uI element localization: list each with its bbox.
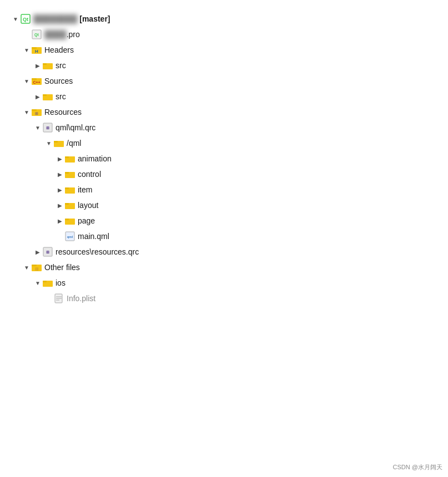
svg-text:C++: C++ — [33, 80, 40, 84]
other-files-arrow[interactable] — [22, 263, 31, 272]
folder-icon-sources-src — [42, 91, 53, 102]
sources-label: Sources — [44, 77, 73, 85]
ios-label: ios — [56, 278, 66, 287]
svg-rect-22 — [65, 156, 69, 158]
svg-rect-36 — [32, 265, 37, 266]
resources-qrc-arrow[interactable] — [33, 247, 42, 256]
folder-icon-control — [64, 169, 75, 180]
svg-rect-20 — [54, 141, 58, 143]
headers-src-label: src — [56, 61, 66, 70]
folder-icon-ios — [42, 277, 53, 288]
root-label-blurred: ████████ — [33, 14, 77, 23]
item-arrow[interactable] — [56, 185, 64, 194]
svg-rect-24 — [65, 172, 69, 174]
sources-src-arrow[interactable] — [33, 92, 42, 101]
control-label: control — [78, 170, 101, 179]
layout-label: layout — [78, 201, 98, 210]
root-row[interactable]: Qt ████████ [master] — [11, 11, 437, 27]
sources-src-label: src — [56, 92, 66, 101]
svg-rect-15 — [32, 109, 37, 111]
main-qml-arrow — [56, 232, 64, 241]
resources-row[interactable]: ⊞ Resources — [11, 104, 437, 120]
qml-qrc-children: /qml — [11, 135, 437, 244]
control-row[interactable]: control — [11, 166, 437, 182]
svg-text:⊞: ⊞ — [46, 250, 49, 254]
item-row[interactable]: item — [11, 182, 437, 197]
svg-rect-28 — [65, 203, 69, 205]
folder-icon-item — [64, 184, 75, 195]
headers-arrow[interactable] — [22, 45, 31, 54]
ios-arrow[interactable] — [33, 278, 42, 287]
svg-rect-30 — [65, 219, 69, 220]
ios-node: ios — [11, 275, 437, 306]
svg-text:⊞: ⊞ — [46, 126, 49, 130]
svg-rect-39 — [43, 281, 47, 282]
qml-qrc-row[interactable]: ⊞ qml\qml.qrc — [11, 120, 437, 135]
headers-src-row[interactable]: src — [11, 58, 437, 73]
animation-row[interactable]: animation — [11, 151, 437, 166]
info-plist-row[interactable]: Info.plist — [11, 291, 437, 306]
info-plist-arrow — [44, 294, 53, 303]
plist-file-icon — [53, 293, 64, 304]
ios-row[interactable]: ios — [11, 275, 437, 291]
qml-qrc-label: qml\qml.qrc — [56, 123, 95, 132]
other-files-row[interactable]: ▤ Other files — [11, 260, 437, 275]
headers-row[interactable]: H Headers — [11, 42, 437, 58]
animation-label: animation — [78, 154, 112, 163]
other-files-children: ios — [11, 275, 437, 306]
other-files-node: ▤ Other files — [11, 260, 437, 306]
main-qml-row[interactable]: qml main.qml — [11, 229, 437, 244]
sources-node: C++ Sources — [11, 73, 437, 104]
control-arrow[interactable] — [56, 170, 64, 179]
sources-row[interactable]: C++ Sources — [11, 73, 437, 89]
page-arrow[interactable] — [56, 216, 64, 225]
svg-rect-26 — [65, 187, 69, 189]
ios-children: Info.plist — [11, 291, 437, 306]
layout-arrow[interactable] — [56, 201, 64, 210]
resources-children: ⊞ qml\qml.qrc — [11, 120, 437, 260]
qml-folder-children: animation — [11, 151, 437, 244]
pro-file-icon: Qt — [31, 29, 42, 40]
other-files-label: Other files — [44, 263, 80, 272]
pro-label-blurred: ████ — [44, 30, 67, 39]
qml-qrc-arrow[interactable] — [33, 123, 42, 132]
folder-icon-headers-src — [42, 60, 53, 71]
qml-folder-arrow[interactable] — [44, 139, 53, 148]
resources-icon: ⊞ — [31, 106, 42, 118]
layout-row[interactable]: layout — [11, 197, 437, 213]
headers-src-arrow[interactable] — [33, 61, 42, 70]
watermark: CSDN @水月阔天 — [393, 463, 442, 471]
resources-label: Resources — [44, 108, 82, 116]
folder-icon-layout — [64, 200, 75, 211]
headers-node: H Headers — [11, 42, 437, 73]
animation-arrow[interactable] — [56, 154, 64, 163]
page-label: page — [78, 216, 95, 225]
svg-text:Qt: Qt — [34, 33, 39, 37]
sources-src-row[interactable]: src — [11, 89, 437, 104]
svg-text:▤: ▤ — [35, 267, 39, 271]
svg-rect-8 — [43, 63, 47, 65]
svg-text:⊞: ⊞ — [35, 111, 38, 115]
headers-children: src — [11, 58, 437, 73]
headers-icon: H — [31, 44, 42, 55]
file-tree: Qt ████████ [master] Qt ████ .pro — [0, 6, 448, 312]
root-children: Qt ████ .pro H — [11, 27, 437, 306]
resources-arrow[interactable] — [22, 108, 31, 116]
resources-qrc-icon: ⊞ — [42, 246, 53, 257]
pro-arrow — [22, 30, 31, 39]
sources-arrow[interactable] — [22, 77, 31, 85]
pro-label: .pro — [67, 30, 80, 39]
qml-folder-label: /qml — [67, 139, 81, 148]
qml-file-icon: qml — [64, 231, 75, 242]
folder-icon-animation — [64, 153, 75, 164]
root-arrow[interactable] — [11, 14, 20, 23]
pro-file-row[interactable]: Qt ████ .pro — [11, 27, 437, 42]
resources-qrc-row[interactable]: ⊞ resources\resources.qrc — [11, 244, 437, 260]
qml-folder-node: /qml — [11, 135, 437, 244]
other-files-icon: ▤ — [31, 262, 42, 273]
qml-folder-row[interactable]: /qml — [11, 135, 437, 151]
page-row[interactable]: page — [11, 213, 437, 229]
root-node: Qt ████████ [master] Qt ████ .pro — [11, 11, 437, 306]
resources-qrc-label: resources\resources.qrc — [56, 247, 139, 256]
info-plist-label: Info.plist — [67, 294, 95, 303]
